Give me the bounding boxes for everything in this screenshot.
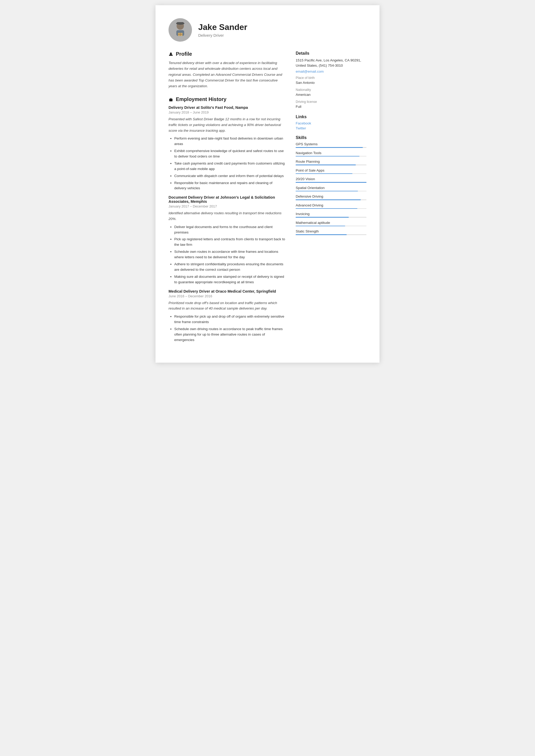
right-column: Details 1515 Pacific Ave, Los Angeles, C… (296, 51, 366, 347)
list-item: Take cash payments and credit card payme… (174, 161, 285, 172)
skill-bar-bg (296, 165, 366, 165)
nationality-label: Nationality (296, 88, 366, 92)
left-column: Profile Tenured delivery driver with ove… (169, 51, 285, 347)
place-of-birth-label: Place of birth (296, 76, 366, 80)
svg-rect-8 (169, 99, 173, 101)
job-1-bullets: Perform evening and late-night fast food… (169, 136, 285, 191)
svg-rect-2 (177, 22, 183, 24)
list-item: Exhibit comprehensive knowledge of quick… (174, 148, 285, 159)
list-item: Adhere to stringent confidentiality proc… (174, 262, 285, 273)
header-info: Jake Sander Delivery Driver (198, 22, 247, 38)
skill-bar-fill (296, 182, 366, 183)
place-of-birth-value: San Antonio (296, 80, 366, 85)
job-1-title: Delivery Driver at Solito's Fast Food, N… (169, 105, 285, 110)
skill-bar-fill (296, 147, 363, 148)
employment-header: Employment History (169, 96, 285, 102)
list-item: Deliver legal documents and forms to the… (174, 225, 285, 235)
address-text: 1515 Pacific Ave, Los Angeles, CA 90291,… (296, 58, 366, 68)
job-entry-3: Medical Delivery Driver at Oraco Medical… (169, 289, 285, 343)
employment-section-label: Employment History (176, 96, 226, 102)
details-section: Details 1515 Pacific Ave, Los Angeles, C… (296, 51, 366, 109)
list-item: Schedule own routes in accordance with t… (174, 249, 285, 260)
skill-bar-fill (296, 217, 349, 218)
job-1-summary: Presented with Safest Driver Badge 12 mo… (169, 116, 285, 133)
svg-rect-10 (170, 98, 171, 99)
job-3-title: Medical Delivery Driver at Oraco Medical… (169, 289, 285, 293)
header-section: Jake Sander Delivery Driver (169, 18, 366, 42)
skill-gps-systems: GPS Systems (296, 142, 366, 148)
list-item: Making sure all documents are stamped or… (174, 274, 285, 285)
list-item: Perform evening and late-night fast food… (174, 136, 285, 147)
nationality-value: American (296, 92, 366, 97)
email-link[interactable]: email@email.com (296, 69, 366, 73)
details-label: Details (296, 51, 366, 56)
skill-point-of-sale-apps: Point of Sale Apps (296, 169, 366, 174)
skill-route-planning: Route Planning (296, 160, 366, 165)
job-entry-1: Delivery Driver at Solito's Fast Food, N… (169, 105, 285, 191)
job-3-dates: June 2016 – December 2016 (169, 294, 285, 298)
links-label: Links (296, 115, 366, 119)
skill-name: Route Planning (296, 160, 366, 164)
job-3-summary: Prioritized route drop off's based on lo… (169, 300, 285, 311)
job-2-title: Document Delivery Driver at Johnson's Le… (169, 195, 285, 203)
driving-license-value: Full (296, 104, 366, 109)
skill-bar-bg (296, 174, 366, 174)
job-entry-2: Document Delivery Driver at Johnson's Le… (169, 195, 285, 285)
list-item: Communicate with dispatch center and inf… (174, 174, 285, 179)
skill-name: GPS Systems (296, 142, 366, 146)
skill-bar-bg (296, 226, 366, 227)
skill-name: Invoicing (296, 212, 366, 216)
job-title-header: Delivery Driver (198, 33, 247, 38)
links-section: Links Facebook Twitter (296, 115, 366, 130)
skill-bar-fill (296, 156, 359, 157)
job-1-dates: January 2018 – June 2019 (169, 110, 285, 114)
avatar (169, 18, 192, 42)
job-2-bullets: Deliver legal documents and forms to the… (169, 225, 285, 285)
skill-bar-bg (296, 156, 366, 157)
skill-name: Advanced Driving (296, 203, 366, 207)
list-item: Schedule own driving routes in accordanc… (174, 326, 285, 343)
profile-header: Profile (169, 51, 285, 57)
skill-bar-fill (296, 234, 347, 235)
skill-name: 20/20 Vision (296, 177, 366, 181)
skill-bar-fill (296, 208, 357, 209)
driving-license-label: Driving license (296, 100, 366, 104)
skill-name: Static Strength (296, 230, 366, 233)
skill-name: Mathematical aptitude (296, 221, 366, 225)
skill-bar-fill (296, 200, 361, 200)
facebook-link[interactable]: Facebook (296, 121, 366, 125)
skill-2020-vision: 20/20 Vision (296, 177, 366, 183)
skill-static-strength: Static Strength (296, 230, 366, 235)
skills-section: Skills GPS Systems Navigation Tools Rout… (296, 135, 366, 235)
svg-point-7 (170, 52, 172, 54)
skill-name: Defensive Driving (296, 195, 366, 198)
job-3-bullets: Responsible for pick up and drop off of … (169, 314, 285, 343)
profile-text: Tenured delivery driver with over a deca… (169, 60, 285, 89)
twitter-link[interactable]: Twitter (296, 126, 366, 130)
skill-bar-bg (296, 191, 366, 192)
skill-bar-bg (296, 200, 366, 200)
profile-icon (169, 52, 173, 57)
skill-name: Navigation Tools (296, 151, 366, 155)
job-2-dates: January 2017 – December 2017 (169, 204, 285, 208)
skill-bar-bg (296, 147, 366, 148)
list-item: Responsible for pick up and drop off of … (174, 314, 285, 325)
body-layout: Profile Tenured delivery driver with ove… (169, 51, 366, 347)
profile-section-label: Profile (176, 51, 192, 57)
skills-label: Skills (296, 135, 366, 140)
skill-bar-fill (296, 165, 356, 165)
skill-bar-bg (296, 208, 366, 209)
list-item: Responsible for basic maintenance and re… (174, 180, 285, 191)
skill-defensive-driving: Defensive Driving (296, 195, 366, 200)
skill-name: Spatial Orientation (296, 186, 366, 190)
skill-advanced-driving: Advanced Driving (296, 203, 366, 209)
skill-bar-fill (296, 191, 358, 192)
skill-bar-fill (296, 174, 352, 174)
skill-navigation-tools: Navigation Tools (296, 151, 366, 157)
list-item: Pick up registered letters and contracts… (174, 237, 285, 248)
resume: Jake Sander Delivery Driver Profile Tenu… (155, 5, 380, 363)
skill-name: Point of Sale Apps (296, 169, 366, 172)
skill-invoicing: Invoicing (296, 212, 366, 218)
skill-bar-bg (296, 234, 366, 235)
skill-bar-bg (296, 217, 366, 218)
